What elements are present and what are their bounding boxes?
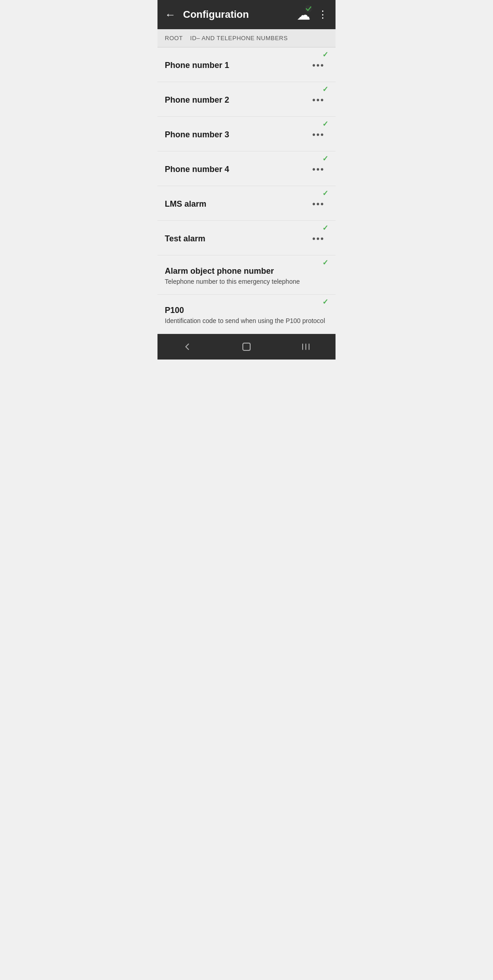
item-text-phone3: Phone number 3	[165, 130, 309, 140]
item-title-test-alarm: Test alarm	[165, 234, 309, 244]
checkmark-icon-lms-alarm: ✓	[322, 189, 328, 198]
item-text-phone1: Phone number 1	[165, 61, 309, 70]
list-item-inner-alarm-object-phone: ✓ Alarm object phone number Telephone nu…	[165, 255, 328, 294]
list-item-phone2[interactable]: ✓ Phone number 2 •••	[157, 82, 336, 117]
list-item-inner-phone1: ✓ Phone number 1 •••	[165, 47, 328, 82]
bottom-nav	[157, 334, 336, 360]
item-title-lms-alarm: LMS alarm	[165, 199, 309, 209]
item-title-phone4: Phone number 4	[165, 165, 309, 174]
item-title-alarm-object-phone: Alarm object phone number	[165, 266, 328, 276]
nav-back-button[interactable]	[171, 338, 204, 356]
list-item-phone1[interactable]: ✓ Phone number 1 •••	[157, 47, 336, 82]
item-text-p100: P100 Identification code to send when us…	[165, 306, 328, 324]
nav-home-icon	[241, 341, 252, 352]
nav-recent-icon	[300, 341, 311, 352]
list-item-alarm-object-phone[interactable]: ✓ Alarm object phone number Telephone nu…	[157, 255, 336, 295]
item-text-phone2: Phone number 2	[165, 95, 309, 105]
checkmark-icon-phone1: ✓	[322, 50, 328, 59]
item-title-phone1: Phone number 1	[165, 61, 309, 70]
breadcrumb: ROOT ID– AND TELEPHONE NUMBERS	[157, 29, 336, 47]
page-title: Configuration	[183, 9, 297, 21]
dots-button-phone3[interactable]: •••	[309, 128, 328, 142]
breadcrumb-section: ID– AND TELEPHONE NUMBERS	[190, 35, 288, 42]
nav-back-icon	[182, 341, 193, 352]
config-list: ✓ Phone number 1 ••• ✓ Phone number 2 ••…	[157, 47, 336, 334]
list-item-inner-lms-alarm: ✓ LMS alarm •••	[165, 186, 328, 220]
item-text-lms-alarm: LMS alarm	[165, 199, 309, 209]
item-text-test-alarm: Test alarm	[165, 234, 309, 244]
nav-recent-button[interactable]	[289, 338, 322, 356]
cloud-checkmark-icon	[306, 6, 311, 11]
dots-button-lms-alarm[interactable]: •••	[309, 197, 328, 211]
more-options-button[interactable]: ⋮	[318, 9, 328, 21]
back-button[interactable]: ←	[165, 8, 176, 21]
list-item-inner-test-alarm: ✓ Test alarm •••	[165, 221, 328, 255]
list-item-inner-phone3: ✓ Phone number 3 •••	[165, 117, 328, 151]
list-item-phone3[interactable]: ✓ Phone number 3 •••	[157, 117, 336, 151]
checkmark-icon-phone3: ✓	[322, 120, 328, 128]
dots-button-phone1[interactable]: •••	[309, 58, 328, 73]
dots-button-phone4[interactable]: •••	[309, 162, 328, 177]
item-text-phone4: Phone number 4	[165, 165, 309, 174]
dots-button-phone2[interactable]: •••	[309, 93, 328, 107]
list-item-phone4[interactable]: ✓ Phone number 4 •••	[157, 151, 336, 186]
top-bar: ← Configuration ☁ ⋮	[157, 0, 336, 29]
item-subtitle-alarm-object-phone: Telephone number to this emergency telep…	[165, 278, 328, 285]
list-item-inner-p100: ✓ P100 Identification code to send when …	[165, 295, 328, 334]
list-item-inner-phone2: ✓ Phone number 2 •••	[165, 82, 328, 116]
item-text-alarm-object-phone: Alarm object phone number Telephone numb…	[165, 266, 328, 285]
item-title-phone3: Phone number 3	[165, 130, 309, 140]
nav-home-button[interactable]	[230, 338, 263, 356]
list-item-inner-phone4: ✓ Phone number 4 •••	[165, 151, 328, 186]
checkmark-icon-alarm-object-phone: ✓	[322, 258, 328, 267]
item-title-phone2: Phone number 2	[165, 95, 309, 105]
item-subtitle-p100: Identification code to send when using t…	[165, 317, 328, 324]
checkmark-icon-p100: ✓	[322, 297, 328, 306]
list-item-p100[interactable]: ✓ P100 Identification code to send when …	[157, 295, 336, 334]
list-item-lms-alarm[interactable]: ✓ LMS alarm •••	[157, 186, 336, 221]
checkmark-icon-phone2: ✓	[322, 85, 328, 94]
breadcrumb-root[interactable]: ROOT	[165, 35, 183, 42]
list-item-test-alarm[interactable]: ✓ Test alarm •••	[157, 221, 336, 255]
checkmark-icon-test-alarm: ✓	[322, 224, 328, 232]
svg-rect-0	[243, 343, 250, 350]
item-title-p100: P100	[165, 306, 328, 315]
cloud-check-badge	[305, 5, 312, 12]
checkmark-icon-phone4: ✓	[322, 154, 328, 163]
cloud-icon-wrap: ☁	[297, 7, 310, 23]
dots-button-test-alarm[interactable]: •••	[309, 232, 328, 246]
